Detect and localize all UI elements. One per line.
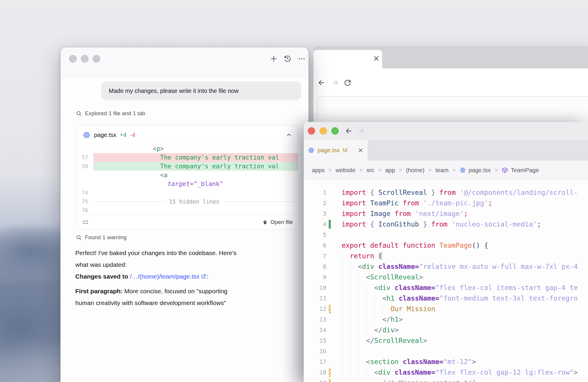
breadcrumb-item-page-tsx[interactable]: page.tsx [460,167,491,174]
indent-guide [374,314,375,325]
code-line-17[interactable]: 17 <section className="mt-12"> [304,356,588,367]
diff-row: <a [77,171,298,180]
breadcrumb-item-app[interactable]: app [385,167,395,174]
code-line-18[interactable]: 18 <div className="flex flex-col gap-12 … [304,367,588,378]
diff-row: 74 [77,188,298,197]
response-text: Perfect! I've baked your changes into th… [75,249,237,256]
code-line-19[interactable]: 19 {/* Mission content */} [304,378,588,382]
tab-close-icon[interactable] [358,147,364,153]
indent-guide [366,304,367,314]
diff-context-line: target="_blank" [93,180,298,188]
diff-line-number: 76 [77,206,93,215]
code-line-3[interactable]: 3import Image from 'next/image'; [304,208,588,219]
indent-guide [350,293,350,304]
diff-row: 58 The company's early traction val [77,162,298,171]
diff-card-header[interactable]: page.tsx +4 -4 [77,126,298,144]
breadcrumb-item-src[interactable]: src [366,167,374,174]
git-modified-indicator [329,378,331,382]
chevron-up-icon[interactable] [286,132,292,138]
minimize-button[interactable] [81,55,88,63]
breadcrumb-item-website[interactable]: website [335,167,355,174]
code-line-15[interactable]: 15 </ScrollReveal> [304,335,588,346]
code-line-7[interactable]: 7 return ( [304,251,588,261]
breadcrumb-item-team[interactable]: team [435,167,448,174]
desktop: Made my changes, please write it into th… [0,0,588,382]
indent-guide [342,346,342,356]
code-text: <section className="mt-12"> [326,356,476,367]
back-icon[interactable] [345,127,353,135]
minimize-button[interactable] [320,127,327,135]
diff-card: page.tsx +4 -4 <p>57 The company's early… [76,125,298,229]
code-line-12[interactable]: 12 Our Mission [304,304,588,314]
indent-guide [342,367,342,378]
tab-page-tsx[interactable]: page.tsx M [304,140,368,160]
code-text: </ScrollReveal> [326,335,427,346]
breadcrumb-item-apps[interactable]: apps [312,167,325,174]
breadcrumb-separator: > [378,167,381,173]
indent-guide [358,346,358,356]
code-editor[interactable]: 1import { ScrollReveal } from '@/compone… [304,180,588,382]
back-icon[interactable] [318,79,325,87]
diff-code-area: <p>57 The company's early traction val58… [77,144,298,215]
line-number: 16 [304,346,326,356]
zoom-button[interactable] [331,127,339,135]
code-line-6[interactable]: 6export default function TeamPage() { [304,240,588,251]
browser-tab[interactable] [313,50,382,68]
diff-line-number [77,171,93,180]
code-line-5[interactable]: 5 [304,229,588,240]
history-icon[interactable] [283,55,292,63]
tab-close-icon[interactable] [372,55,380,62]
code-line-11[interactable]: 11 <h1 className="font-medium text-3xl t… [304,293,588,304]
saved-file-link[interactable]: /…/(home)/team/page.tsx [130,273,200,280]
code-line-2[interactable]: 2import TeamPic from './team-pic.jpg'; [304,198,588,208]
line-number: 12 [304,304,326,314]
new-chat-plus-icon[interactable] [270,55,278,63]
open-file-button[interactable]: Open file [262,219,293,225]
breadcrumb-item-home[interactable]: (home) [406,167,425,174]
reload-icon[interactable] [344,79,352,87]
indent-guide [342,251,342,261]
close-button[interactable] [69,55,77,63]
indent-guide [350,356,350,367]
indent-guide [366,378,367,382]
window-controls [69,55,100,63]
code-line-8[interactable]: 8 <div className="relative mx-auto w-ful… [304,261,588,272]
indent-guide [342,378,342,382]
code-line-1[interactable]: 1import { ScrollReveal } from '@/compone… [304,187,588,198]
git-modified-indicator [329,304,331,313]
code-line-13[interactable]: 13 </h1> [304,314,588,325]
warning-status-text: Found 1 warning [85,234,127,241]
response-text: human creativity with software developme… [75,299,226,306]
ellipsis-icon[interactable] [298,55,306,63]
indent-guide [350,304,350,314]
breadcrumb-item-teampage[interactable]: TeamPage [502,167,539,174]
indent-guide [366,293,367,304]
react-icon [308,147,315,154]
chat-titlebar[interactable] [61,47,308,78]
code-line-4[interactable]: 4import { IconGithub } from 'nucleo-soci… [304,219,588,229]
code-line-9[interactable]: 9 <ScrollReveal> [304,272,588,282]
git-added-indicator [329,220,331,229]
diff-row: 7515 hidden lines [77,197,298,206]
indent-guide [342,314,342,325]
breadcrumb-label: website [335,167,355,174]
close-button[interactable] [308,127,315,135]
external-link-icon[interactable] [201,274,206,279]
deletions-count: -4 [130,132,135,138]
warning-status-row[interactable]: Found 1 warning [76,234,127,241]
line-number: 6 [304,240,326,251]
breadcrumb-separator: > [399,167,402,173]
code-line-14[interactable]: 14 </div> [304,325,588,335]
expand-diff-icon[interactable] [82,219,88,225]
hidden-lines-label[interactable]: 15 hidden lines [169,197,220,206]
breadcrumb-separator: > [452,167,456,173]
indent-guide [350,282,350,293]
code-line-16[interactable]: 16 [304,346,588,356]
zoom-button[interactable] [93,55,100,63]
response-text: what was updated: [75,261,127,268]
editor-titlebar[interactable] [304,122,588,140]
explored-status-row[interactable]: Explored 1 file and 1 tab [76,110,145,117]
tab-file-name: page.tsx [318,147,340,154]
code-text: Our Mission [326,304,435,314]
code-line-10[interactable]: 10 <div className="flex flex-col items-s… [304,282,588,293]
